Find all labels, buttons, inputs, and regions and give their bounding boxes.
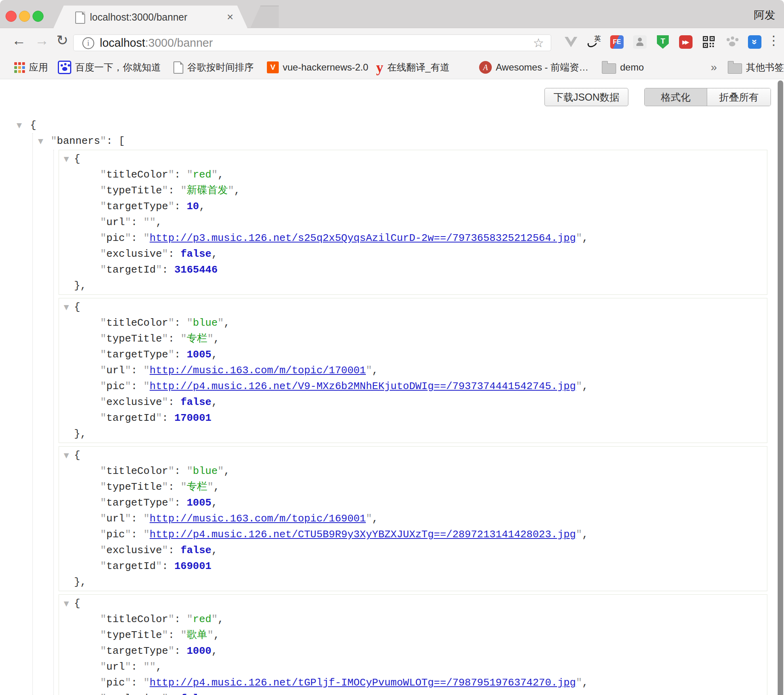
json-property-line: "targetType": 10, (59, 199, 767, 214)
address-bar[interactable]: i localhost:3000/banner ☆ (73, 34, 551, 51)
browser-menu-icon[interactable]: ⋮ (767, 33, 780, 48)
quote: " (162, 544, 168, 556)
url-text[interactable]: localhost:3000/banner (100, 36, 213, 50)
browser-tab[interactable]: localhost:3000/banner × (53, 6, 247, 28)
quote: " (100, 613, 107, 625)
bookmark-google-sort[interactable]: 谷歌按时间排序 (173, 55, 254, 79)
new-tab-button[interactable] (250, 6, 279, 28)
quote: " (143, 365, 150, 376)
collapse-triangle-icon[interactable]: ▼ (64, 151, 69, 167)
punctuation: : (168, 333, 181, 345)
bookmarks-overflow[interactable]: » (711, 55, 717, 79)
quote: " (218, 317, 224, 329)
quote: " (100, 465, 107, 477)
json-number-value: 10 (186, 200, 199, 212)
json-array-item: ▼{"titleColor": "red","typeTitle": "新碟首发… (59, 150, 767, 295)
collapse-triangle-icon[interactable]: ▼ (64, 447, 69, 463)
comma: , (218, 169, 224, 181)
json-link[interactable]: http://p4.music.126.net/tGPljf-IMOCyPvum… (150, 677, 576, 689)
bookmark-star-icon[interactable]: ☆ (533, 36, 544, 50)
quote: " (100, 396, 107, 408)
person-extension-icon[interactable] (633, 35, 647, 49)
punctuation: : (131, 513, 143, 525)
quote: " (125, 513, 131, 525)
minimize-window-button[interactable] (19, 11, 30, 22)
back-icon[interactable]: ← (12, 32, 26, 49)
quote: " (576, 677, 582, 689)
bookmark-vue-hackernews[interactable]: V vue-hackernews-2.0 (267, 55, 368, 79)
other-bookmarks[interactable]: 其他书签 (728, 55, 784, 79)
quote: " (156, 560, 162, 572)
quote: " (162, 185, 168, 197)
quote: " (576, 529, 582, 540)
punctuation: : (174, 169, 186, 181)
close-window-button[interactable] (6, 11, 17, 22)
quote: " (100, 529, 107, 540)
json-property-line: "pic": "http://p4.music.126.net/CTU5B9R9… (59, 527, 767, 542)
quote: " (162, 248, 168, 260)
collapse-triangle-icon[interactable]: ▼ (64, 299, 69, 315)
quote: " (143, 513, 150, 525)
quote: " (366, 513, 372, 525)
quote: " (100, 169, 107, 181)
comma: , (156, 661, 162, 673)
download-manager-extension-icon[interactable]: » (748, 35, 762, 49)
translator-extension-icon[interactable] (587, 35, 601, 49)
profile-name[interactable]: 阿发 (754, 8, 775, 22)
json-link[interactable]: http://music.163.com/m/topic/169001 (150, 513, 366, 525)
fe-icon: FE (610, 35, 624, 49)
quote: " (181, 629, 187, 641)
video-speed-extension-icon[interactable]: ▶▶ (679, 35, 693, 49)
shield-extension-icon[interactable]: T (656, 35, 670, 49)
collapse-triangle-icon[interactable]: ▼ (38, 133, 43, 149)
json-key: titleColor (107, 613, 168, 625)
json-link[interactable]: http://p4.music.126.net/V9-MXz6b2MNhEKju… (150, 380, 576, 392)
fe-extension-icon[interactable]: FE (610, 35, 624, 49)
json-number-value: false (181, 544, 211, 556)
page-favicon-icon (75, 11, 85, 24)
json-object-open-line: ▼{ (59, 596, 767, 611)
apps-shortcut[interactable]: 应用 (14, 55, 48, 79)
punctuation: : (131, 529, 143, 540)
json-key: exclusive (107, 693, 162, 695)
quote: " (168, 200, 175, 212)
quote: " (143, 380, 150, 392)
vue-devtools-extension-icon[interactable] (564, 35, 578, 49)
json-string-value: red (193, 613, 211, 625)
double-chevron-down-icon: » (748, 35, 761, 49)
reload-icon[interactable]: ↻ (56, 32, 68, 48)
json-link[interactable]: http://music.163.com/m/topic/170001 (150, 365, 366, 376)
json-property-line: "targetType": 1000, (59, 643, 767, 659)
collapse-triangle-icon[interactable]: ▼ (17, 117, 22, 133)
comma: , (211, 544, 218, 556)
collapse-triangle-icon[interactable]: ▼ (64, 596, 69, 611)
quote: " (100, 497, 107, 509)
quote: " (125, 216, 131, 228)
vertical-scrollbar[interactable] (778, 80, 783, 695)
tab-close-icon[interactable]: × (227, 11, 233, 23)
bookmark-baidu[interactable]: 百度一下，你就知道 (58, 55, 161, 79)
comma: , (224, 465, 230, 477)
zoom-window-button[interactable] (32, 11, 44, 22)
collapse-all-button[interactable]: 折叠所有 (707, 88, 771, 106)
quote: " (100, 677, 107, 689)
page-info-icon[interactable]: i (82, 37, 94, 49)
json-key: typeTitle (107, 481, 162, 493)
json-tree: ▼{▼"banners": [▼{"titleColor": "red","ty… (0, 117, 784, 695)
json-link[interactable]: http://p3.music.126.net/s25q2x5QyqsAzilC… (150, 232, 576, 244)
youdao-icon: y (376, 61, 383, 73)
json-link[interactable]: http://p4.music.126.net/CTU5B9R9y3XyYBZX… (150, 529, 576, 540)
punctuation: : (168, 248, 181, 260)
bookmark-folder-demo[interactable]: demo (602, 55, 644, 79)
json-string-value: 新碟首发 (186, 185, 228, 197)
json-object-close-line: }, (59, 426, 767, 442)
bookmark-youdao-translate[interactable]: y 在线翻译_有道 (376, 55, 449, 79)
forward-icon[interactable]: → (35, 32, 49, 49)
format-button[interactable]: 格式化 (645, 88, 707, 106)
download-json-button[interactable]: 下载JSON数据 (544, 88, 628, 106)
bookmark-awesomes[interactable]: A Awesomes - 前端资… (479, 55, 588, 79)
json-key: targetType (107, 645, 168, 657)
qr-code-extension-icon[interactable] (702, 35, 716, 49)
paw-extension-icon[interactable] (725, 35, 739, 49)
close-brace: }, (74, 576, 86, 588)
